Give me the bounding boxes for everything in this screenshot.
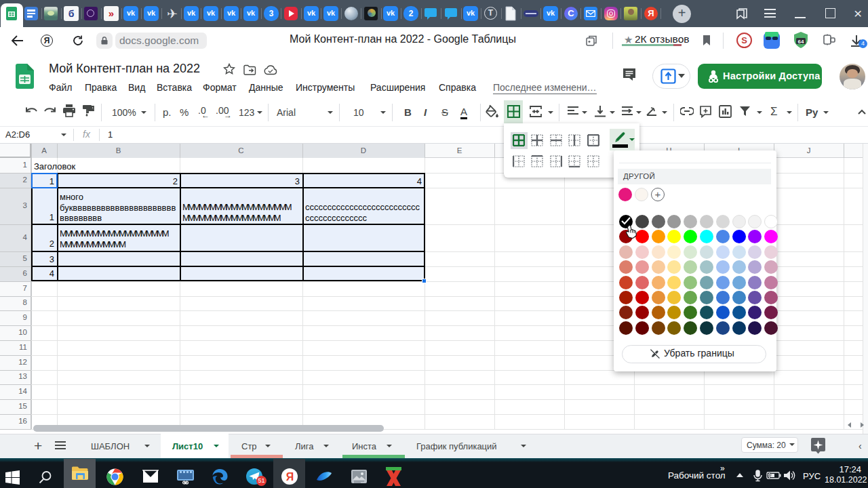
svg-text:64: 64 [798, 39, 804, 45]
